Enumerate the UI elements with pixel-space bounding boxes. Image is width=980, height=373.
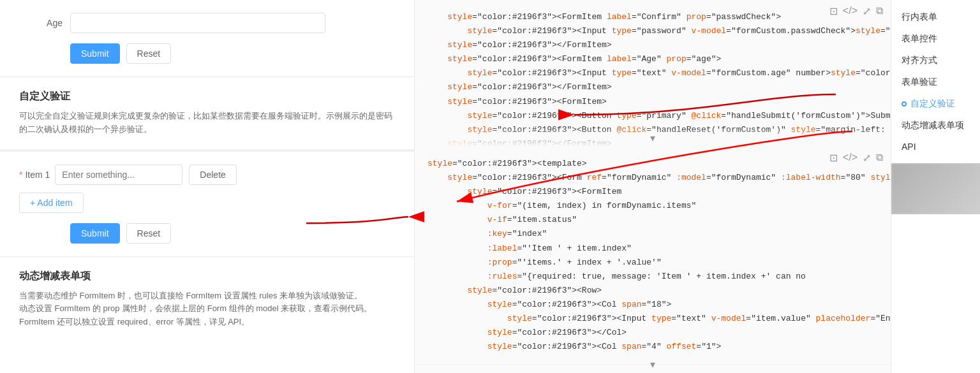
code-bottom-section: ⊡ </> ⤢ ⧉ style="color:#2196f3"><templat…: [415, 147, 891, 373]
age-reset-button[interactable]: Reset: [126, 43, 172, 64]
nav-item-label-6: API: [902, 142, 916, 152]
dynamic-title: 动态增减表单项: [19, 270, 395, 283]
dynamic-submit-button[interactable]: Submit: [70, 223, 120, 244]
nav-item-3[interactable]: 表单验证: [891, 71, 980, 93]
nav-item-label-3: 表单验证: [902, 77, 937, 88]
dynamic-form-btn-row: Submit Reset: [19, 223, 395, 244]
code-top-block: style="color:#2196f3"><FormItem label="C…: [415, 0, 891, 147]
age-submit-button[interactable]: Submit: [70, 43, 120, 64]
code-toolbar: ⊡ </> ⤢ ⧉: [829, 5, 883, 17]
thumbnail-area: [891, 163, 980, 214]
dynamic-desc-line2: 动态设置 FormItem 的 prop 属性时，会依据上层的 Form 组件的…: [19, 302, 395, 316]
code-panel: ⊡ </> ⤢ ⧉ style="color:#2196f3"><FormIte…: [415, 0, 891, 373]
nav-item-1[interactable]: 表单控件: [891, 28, 980, 50]
chevron-down-icon: ▾: [650, 132, 655, 144]
thumbnail-image: [891, 163, 980, 214]
dynamic-form-section: * Item 1 Delete + Add item Submit Reset: [0, 152, 414, 256]
dynamic-section-info: 动态增减表单项 当需要动态维护 FormItem 时，也可以直接给 FormIt…: [0, 256, 414, 342]
expand-icon-2[interactable]: ⊡: [829, 152, 838, 164]
fullscreen-icon-2[interactable]: ⤢: [863, 152, 871, 164]
nav-item-5[interactable]: 动态增减表单项: [891, 115, 980, 136]
item-input[interactable]: [55, 165, 182, 185]
nav-dot: [902, 101, 907, 106]
code-fade-top: ▾: [415, 128, 891, 147]
nav-item-label-1: 表单控件: [902, 33, 937, 45]
expand-icon[interactable]: ⊡: [829, 5, 838, 17]
required-star: *: [19, 170, 22, 180]
nav-item-label-4: 自定义验证: [910, 98, 955, 110]
age-form-section: Age Submit Reset: [0, 0, 414, 77]
custom-validation-desc: 可以完全自定义验证规则来完成更复杂的验证，比如某些数据需要在服务端验证时。示例展…: [19, 110, 395, 136]
dynamic-item-row: * Item 1 Delete: [19, 165, 395, 185]
custom-validation-title: 自定义验证: [19, 90, 395, 103]
code-top-section: ⊡ </> ⤢ ⧉ style="color:#2196f3"><FormIte…: [415, 0, 891, 147]
age-input[interactable]: [70, 13, 325, 33]
nav-item-6[interactable]: API: [891, 136, 980, 157]
nav-item-2[interactable]: 对齐方式: [891, 50, 980, 71]
nav-item-0[interactable]: 行内表单: [891, 6, 980, 28]
dynamic-reset-button[interactable]: Reset: [126, 223, 172, 244]
copy-icon-2[interactable]: ⧉: [876, 152, 883, 164]
code-icon[interactable]: </>: [843, 5, 858, 17]
nav-item-label-2: 对齐方式: [902, 55, 937, 66]
age-form-row: Age: [19, 13, 395, 33]
add-item-button[interactable]: + Add item: [19, 193, 84, 213]
code-fade-bottom: ▾: [415, 354, 891, 373]
custom-validation-section: 自定义验证 可以完全自定义验证规则来完成更复杂的验证，比如某些数据需要在服务端验…: [0, 77, 414, 152]
dynamic-desc-line3: FormItem 还可以独立设置 required、error 等属性，详见 A…: [19, 316, 395, 329]
copy-icon[interactable]: ⧉: [876, 5, 883, 17]
age-label: Age: [19, 18, 70, 28]
code-icon-2[interactable]: </>: [843, 152, 858, 164]
nav-item-4[interactable]: 自定义验证: [891, 93, 980, 115]
chevron-down-icon-2: ▾: [650, 358, 655, 370]
sidebar-nav: 行内表单表单控件对齐方式表单验证自定义验证动态增减表单项API: [891, 0, 980, 373]
fullscreen-icon[interactable]: ⤢: [863, 5, 871, 17]
add-item-row: + Add item: [19, 193, 395, 213]
nav-item-label-5: 动态增减表单项: [902, 120, 964, 131]
delete-button[interactable]: Delete: [189, 165, 236, 185]
item-label: Item 1: [25, 170, 50, 180]
age-form-btn-row: Submit Reset: [19, 43, 395, 64]
left-panel: Age Submit Reset 自定义验证 可以完全自定义验证规则来完成更复杂…: [0, 0, 415, 373]
code-toolbar-bottom: ⊡ </> ⤢ ⧉: [829, 152, 883, 164]
dynamic-desc-line1: 当需要动态维护 FormItem 时，也可以直接给 FormItem 设置属性 …: [19, 289, 395, 303]
code-bottom-block: style="color:#2196f3"><template> style="…: [415, 147, 891, 365]
nav-item-label-0: 行内表单: [902, 11, 937, 23]
